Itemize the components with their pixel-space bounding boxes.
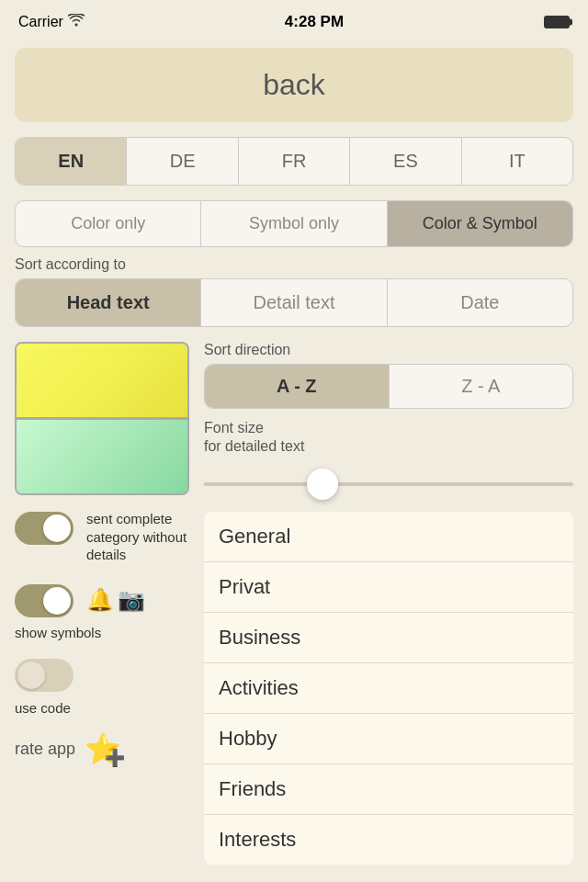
view-tab-symbol-only[interactable]: Symbol only [201,201,387,246]
use-code-toggle[interactable] [15,659,74,692]
category-friends[interactable]: Friends [204,764,573,815]
view-mode-tabs: Color only Symbol only Color & Symbol [15,200,573,247]
category-activities[interactable]: Activities [204,663,573,714]
sort-tab-head[interactable]: Head text [16,279,201,326]
battery-icon [544,16,570,28]
symbols-icons: 🔔 📷 [86,587,145,613]
show-symbols-toggle[interactable] [15,584,74,617]
rate-app-row[interactable]: rate app ⭐ ➕ [15,731,189,766]
show-symbols-row: 🔔 📷 [15,582,189,617]
use-code-label: use code [15,699,71,718]
camera-icon: 📷 [118,587,145,613]
sort-az[interactable]: A - Z [205,365,390,408]
sort-tab-date[interactable]: Date [388,279,572,326]
lang-tab-fr[interactable]: FR [239,138,350,185]
font-size-label: Font size [204,420,573,436]
category-list: General Privat Business Activities Hobby… [204,512,573,865]
toggle-knob [43,514,71,542]
lang-tab-it[interactable]: IT [462,138,572,185]
slider-thumb[interactable] [307,469,338,500]
category-general[interactable]: General [204,512,573,562]
view-tab-color-symbol[interactable]: Color & Symbol [388,201,572,246]
sort-tabs: Head text Detail text Date [15,278,573,327]
sort-direction-label: Sort direction [204,342,573,358]
main-content: sent complete category without details 🔔… [15,342,573,865]
status-time: 4:28 PM [285,13,344,31]
wifi-icon [68,14,85,30]
lang-tab-de[interactable]: DE [127,138,238,185]
category-interests[interactable]: Interests [204,815,573,865]
status-bar: Carrier 4:28 PM [0,0,588,40]
bell-icon: 🔔 [86,587,114,613]
show-symbols-label: show symbols [15,625,189,640]
font-size-sublabel: for detailed text [204,438,573,455]
carrier-text: Carrier [18,14,85,30]
sort-za[interactable]: Z - A [390,365,573,408]
view-tab-color-only[interactable]: Color only [16,201,201,246]
lang-tab-es[interactable]: ES [350,138,461,185]
color-box-green [17,420,187,493]
category-hobby[interactable]: Hobby [204,714,573,764]
left-panel: sent complete category without details 🔔… [15,342,189,865]
color-box-yellow [17,344,187,417]
star-icon: ⭐ ➕ [85,731,121,766]
rate-app-label: rate app [15,740,75,759]
right-section: Sort direction A - Z Z - A Font size for… [204,342,573,865]
sort-according-label: Sort according to [15,256,573,273]
sort-tab-detail[interactable]: Detail text [201,279,387,326]
category-business[interactable]: Business [204,613,573,663]
toggle-knob-symbols [43,587,71,615]
sent-complete-row: sent complete category without details [15,510,189,564]
language-tabs: EN DE FR ES IT [15,137,573,186]
sort-direction-tabs: A - Z Z - A [204,364,573,409]
category-privat[interactable]: Privat [204,562,573,613]
back-button[interactable]: back [15,48,573,122]
use-code-row: use code [15,659,189,718]
lang-tab-en[interactable]: EN [16,138,127,185]
font-size-slider[interactable] [204,468,573,501]
sent-complete-label: sent complete category without details [86,510,189,564]
sent-complete-toggle[interactable] [15,512,74,545]
slider-track [204,482,573,486]
color-preview [15,342,189,495]
toggle-knob-code [17,662,45,689]
